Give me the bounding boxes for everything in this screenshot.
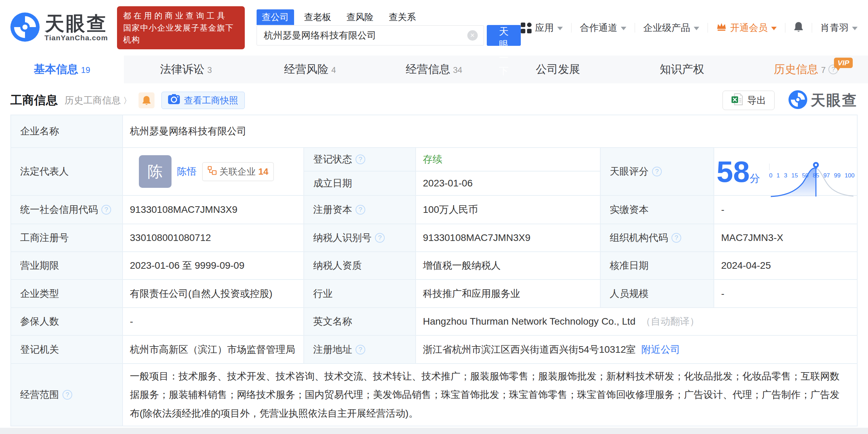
taxpayer-quality-value: 增值税一般纳税人 xyxy=(416,252,600,279)
subscribe-bell-button[interactable] xyxy=(139,92,155,108)
search-tabs: 查公司 查老板 查风险 查关系 xyxy=(257,10,521,25)
search-button[interactable]: 天眼一下 xyxy=(487,25,521,46)
nav-partner[interactable]: 合作通道 xyxy=(580,22,626,34)
help-icon[interactable] xyxy=(375,233,385,243)
crown-icon xyxy=(716,22,727,34)
org-chart-icon xyxy=(208,166,217,177)
search-tab-risk[interactable]: 查风险 xyxy=(341,9,379,25)
related-companies-badge[interactable]: 关联企业 14 xyxy=(202,162,274,181)
nav-apps[interactable]: 应用 xyxy=(521,22,563,34)
taxpayer-id-value: 91330108MAC7JMN3X9 xyxy=(416,224,600,251)
paid-capital-value: - xyxy=(714,196,857,224)
business-registration-table: 企业名称 杭州瑟曼网络科技有限公司 法定代表人 陈 陈悟 关联企业 14 登记状… xyxy=(10,115,858,426)
business-term-label: 营业期限 xyxy=(11,252,122,279)
industry-value: 科技推广和应用服务业 xyxy=(416,280,600,307)
tab-business-info[interactable]: 经营信息 34 xyxy=(372,56,496,83)
tab-company-development[interactable]: 公司发展 xyxy=(496,56,620,83)
org-code-label: 组织机构代码 xyxy=(601,224,713,251)
clear-search-icon[interactable] xyxy=(467,30,478,41)
taxpayer-id-label: 纳税人识别号 xyxy=(304,224,415,251)
reg-number-label: 工商注册号 xyxy=(11,224,122,251)
username: 肖青羽 xyxy=(820,22,849,34)
approval-date-label: 核准日期 xyxy=(601,252,713,279)
company-name-label: 企业名称 xyxy=(11,115,122,147)
tianyan-score-value[interactable]: 58分 xyxy=(714,148,857,195)
business-info-toolbar: 工商信息 历史工商信息 查看工商快照 xyxy=(0,89,868,112)
bell-icon xyxy=(794,21,803,35)
nav-user[interactable]: 肖青羽 xyxy=(820,22,858,34)
help-icon[interactable] xyxy=(671,233,681,243)
promo-line2: 国家中小企业发展子基金旗下机构 xyxy=(123,22,239,46)
nav-vip-label: 开通会员 xyxy=(730,22,768,34)
insured-count-label: 参保人数 xyxy=(11,308,122,335)
chevron-down-icon xyxy=(557,27,563,30)
business-scope-value: 一般项目：技术服务、技术开发、技术咨询、技术交流、技术转让、技术推广；服装服饰零… xyxy=(123,364,857,426)
bell-icon xyxy=(142,95,151,106)
tab-history-info[interactable]: VIP 历史信息 7 xyxy=(744,56,868,83)
search-tab-boss[interactable]: 查老板 xyxy=(299,9,336,25)
help-icon[interactable] xyxy=(356,205,365,215)
nav-open-vip[interactable]: 开通会员 xyxy=(716,22,777,34)
nav-enterprise-label: 企业级产品 xyxy=(643,22,690,34)
tab-operation-risk[interactable]: 经营风险 4 xyxy=(248,56,372,83)
excel-icon xyxy=(731,93,743,108)
help-icon[interactable] xyxy=(356,155,365,164)
avatar: 陈 xyxy=(139,155,172,188)
nav-divider xyxy=(571,23,571,33)
reg-capital-label: 注册资本 xyxy=(304,196,415,224)
nav-notifications[interactable] xyxy=(794,21,803,35)
business-scope-label: 经营范围 xyxy=(11,364,122,426)
help-icon[interactable] xyxy=(62,390,72,400)
auto-translate-note: （自动翻译） xyxy=(641,315,699,328)
reg-address-value: 浙江省杭州市滨江区西兴街道西兴街54号10312室 附近公司 xyxy=(416,336,857,363)
reg-address-label: 注册地址 xyxy=(304,336,415,363)
industry-label: 行业 xyxy=(304,280,415,307)
tianyan-score-label: 天眼评分 xyxy=(601,148,713,195)
view-business-snapshot-button[interactable]: 查看工商快照 xyxy=(161,92,245,109)
help-icon[interactable] xyxy=(101,205,111,215)
credit-code-label: 统一社会信用代码 xyxy=(11,196,122,224)
staff-size-value: - xyxy=(714,280,857,307)
legal-rep-label: 法定代表人 xyxy=(11,148,122,195)
history-business-info-link[interactable]: 历史工商信息 xyxy=(65,94,132,107)
approval-date-value: 2024-04-25 xyxy=(714,252,857,279)
reg-status-label: 登记状态 xyxy=(304,148,415,171)
nav-apps-label: 应用 xyxy=(535,22,554,34)
help-icon[interactable] xyxy=(356,345,365,354)
nav-enterprise[interactable]: 企业级产品 xyxy=(643,22,699,34)
legal-rep-name-link[interactable]: 陈悟 xyxy=(177,165,197,178)
nav-divider xyxy=(812,23,812,33)
tab-count: 34 xyxy=(453,65,462,75)
search-input[interactable] xyxy=(257,25,484,45)
company-type-value: 有限责任公司(自然人投资或控股) xyxy=(123,280,303,307)
insured-count-value: - xyxy=(123,308,303,335)
export-button[interactable]: 导出 xyxy=(723,91,775,110)
tab-count: 7 xyxy=(821,65,826,75)
tab-label: 基本信息 xyxy=(34,62,78,77)
camera-icon xyxy=(168,94,180,107)
reg-authority-label: 登记机关 xyxy=(11,336,122,363)
page-bottom-strip xyxy=(0,428,868,434)
chevron-down-icon xyxy=(771,27,777,30)
nearby-companies-link[interactable]: 附近公司 xyxy=(641,343,680,356)
company-type-label: 企业类型 xyxy=(11,280,122,307)
chevron-down-icon xyxy=(694,27,699,30)
section-title: 工商信息 xyxy=(10,92,58,108)
tianyancha-logo[interactable]: 天眼查 TianYanCha.com xyxy=(10,12,108,43)
english-name-label: 英文名称 xyxy=(304,308,415,335)
tab-label: 知识产权 xyxy=(660,62,704,77)
promo-badge: 都在用的商业查询工具 国家中小企业发展子基金旗下机构 xyxy=(117,6,245,49)
legal-rep-value: 陈 陈悟 关联企业 14 xyxy=(123,148,303,195)
nav-divider xyxy=(785,23,785,33)
staff-size-label: 人员规模 xyxy=(601,280,713,307)
search-tab-relation[interactable]: 查关系 xyxy=(384,9,421,25)
search-tab-company[interactable]: 查公司 xyxy=(257,9,294,25)
tab-intellectual-property[interactable]: 知识产权 xyxy=(620,56,744,83)
tab-basic-info[interactable]: 基本信息 19 xyxy=(0,56,124,83)
apps-grid-icon xyxy=(521,23,532,33)
help-icon[interactable] xyxy=(652,167,662,176)
nav-partner-label: 合作通道 xyxy=(580,22,617,34)
logo-title: 天眼查 xyxy=(45,14,107,34)
tab-legal-proceedings[interactable]: 法律诉讼 3 xyxy=(124,56,248,83)
top-header: 天眼查 TianYanCha.com 都在用的商业查询工具 国家中小企业发展子基… xyxy=(0,0,868,56)
